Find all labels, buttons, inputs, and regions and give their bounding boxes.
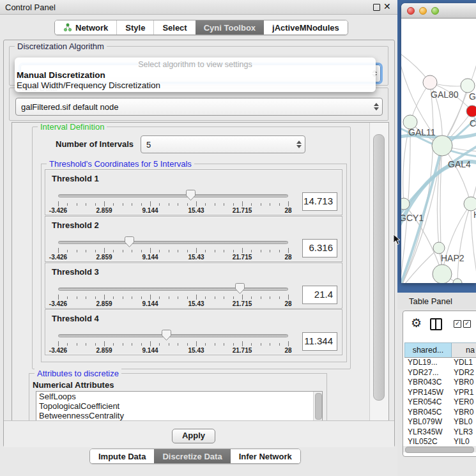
list-scrollbar[interactable] <box>313 392 322 422</box>
threshold-slider[interactable]: -3.4262.8599.14415.4321.71528 <box>58 329 288 353</box>
tab-network[interactable]: Network <box>55 20 117 35</box>
tick-label: 21.715 <box>233 254 252 261</box>
dropdown-prompt: Select algorithm to view settings <box>15 58 376 70</box>
tick-mark <box>196 201 197 206</box>
tick-mark <box>104 341 105 346</box>
slider-thumb[interactable] <box>125 236 134 247</box>
attribute-item-topologicalcoefficient[interactable]: TopologicalCoefficient <box>36 401 322 411</box>
tick-mark <box>132 203 132 206</box>
panel-scrollbar[interactable] <box>369 123 389 421</box>
threshold-value-box[interactable]: 6.316 <box>302 239 337 257</box>
threshold-slider[interactable]: -3.4262.8599.14415.4321.71528 <box>58 189 288 213</box>
tick-label: 21.715 <box>233 300 252 307</box>
tick-mark <box>132 250 132 252</box>
tab-label: Style <box>125 23 145 33</box>
number-of-intervals-combobox[interactable]: 5 <box>141 135 305 153</box>
scrollbar-thumb[interactable] <box>315 393 322 420</box>
network-node[interactable] <box>433 265 452 283</box>
table-row[interactable]: YPR145WYPR1 <box>404 388 476 398</box>
tab-style[interactable]: Style <box>117 20 154 35</box>
column-header-shared-[interactable]: shared... <box>404 343 452 357</box>
discretization-algorithm-group: Discretization Algorithm Select algorith… <box>9 46 388 86</box>
group-title: Threshold's Coordinates for 5 Intervals <box>47 159 194 169</box>
tick-mark <box>86 250 86 252</box>
tab-select[interactable]: Select <box>154 20 196 35</box>
table-row[interactable]: YDL19...YDL1 <box>404 358 476 368</box>
close-button[interactable] <box>407 7 415 15</box>
zoom-button[interactable] <box>431 7 439 15</box>
table-cell: YBR0 <box>452 378 476 388</box>
checkbox-icon[interactable]: ✓ <box>463 320 471 328</box>
table-row[interactable]: YBL079WYBL0 <box>404 417 476 427</box>
tick-mark <box>104 248 105 253</box>
node-label: GAL80 <box>431 89 459 100</box>
threshold-value-box[interactable]: 11.344 <box>302 332 337 351</box>
network-node-h[interactable] <box>464 197 476 211</box>
tab-impute-data[interactable]: Impute Data <box>90 449 155 463</box>
gear-icon[interactable]: ⚙ <box>411 316 422 330</box>
network-node[interactable] <box>453 279 462 283</box>
network-node-gal80[interactable] <box>423 75 437 89</box>
table-data-group: Table Data galFiltered.sif default node <box>9 88 388 121</box>
column-header-na[interactable]: na <box>452 343 476 357</box>
network-node-ga[interactable] <box>461 79 475 93</box>
tab-jactivemnodules[interactable]: jActiveMNodules <box>264 20 348 35</box>
tick-mark <box>86 203 86 206</box>
columns-icon[interactable] <box>430 318 442 330</box>
tick-label: 9.144 <box>142 300 158 307</box>
tick-labels: -3.4262.8599.14415.4321.71528 <box>58 347 288 355</box>
tick-mark <box>215 343 215 346</box>
table-panel-title: Table Panel <box>397 296 452 306</box>
slider-thumb[interactable] <box>235 283 245 294</box>
tick-mark <box>196 341 197 346</box>
tab-label: jActiveMNodules <box>272 23 339 33</box>
table-panel-header: Table Panel <box>397 293 476 309</box>
attribute-item-betweennesscentrality[interactable]: BetweennessCentrality <box>36 411 322 420</box>
horizontal-scrollbar[interactable] <box>403 446 476 452</box>
table-row[interactable]: YBR045CYBR0 <box>404 408 476 418</box>
tick-mark <box>86 296 86 299</box>
apply-button[interactable]: Apply <box>172 429 215 443</box>
table-row[interactable]: YLR345WYLR3 <box>404 427 476 438</box>
minimize-button[interactable] <box>419 7 427 15</box>
table-data-combobox[interactable]: galFiltered.sif default node <box>15 98 383 116</box>
slider-thumb[interactable] <box>162 330 171 341</box>
tab-discretize-data[interactable]: Discretize Data <box>154 449 230 463</box>
threshold-slider[interactable]: -3.4262.8599.14415.4321.71528 <box>58 282 288 307</box>
threshold-value-box[interactable]: 14.713 <box>302 192 337 211</box>
attributes-list[interactable]: SelfLoopsTopologicalCoefficientBetweenne… <box>36 391 323 422</box>
network-node-c[interactable] <box>466 105 476 117</box>
tab-cyni-toolbox[interactable]: Cyni Toolbox <box>196 20 264 35</box>
apply-bar: Apply <box>4 420 394 447</box>
network-view-window: GAL80GACGAL11GAL4GCY1HHAP2 <box>401 3 476 283</box>
threshold-value-box[interactable]: 21.4 <box>302 286 337 304</box>
dropdown-option-equal-width-frequency-discretization[interactable]: Equal Width/Frequency Discretization <box>15 81 376 91</box>
checkbox-icon[interactable]: ✓ <box>454 320 461 328</box>
tick-mark <box>123 250 123 252</box>
slider-track <box>58 288 288 291</box>
table-header-row: shared...na <box>404 342 476 358</box>
network-node-gal4[interactable] <box>432 135 452 156</box>
tab-infer-network[interactable]: Infer Network <box>231 449 300 463</box>
table-row[interactable]: YDR27...YDR2 <box>404 368 476 378</box>
scrollbar-thumb[interactable] <box>405 447 474 453</box>
network-canvas[interactable]: GAL80GACGAL11GAL4GCY1HHAP2 <box>401 19 476 283</box>
slider-thumb[interactable] <box>186 190 196 201</box>
close-icon[interactable]: ✕ <box>383 1 391 12</box>
threshold-slider[interactable]: -3.4262.8599.14415.4321.71528 <box>58 236 288 260</box>
tick-mark <box>288 201 289 206</box>
tick-mark <box>224 343 224 346</box>
scrollbar-thumb[interactable] <box>373 134 385 401</box>
table-row[interactable]: YBR043CYBR0 <box>404 378 476 388</box>
network-node-hap2[interactable] <box>433 242 445 254</box>
network-node-gcy1[interactable] <box>401 198 410 210</box>
dropdown-option-manual-discretization[interactable]: Manual Discretization <box>15 70 376 81</box>
tick-mark <box>205 203 206 206</box>
table-row[interactable]: YER054CYER0 <box>404 397 476 408</box>
tick-mark <box>261 296 261 299</box>
attribute-item-selfloops[interactable]: SelfLoops <box>36 392 322 401</box>
tick-mark <box>215 203 215 206</box>
tick-mark <box>141 203 142 206</box>
tick-mark <box>187 343 188 346</box>
float-window-icon[interactable] <box>373 4 380 11</box>
